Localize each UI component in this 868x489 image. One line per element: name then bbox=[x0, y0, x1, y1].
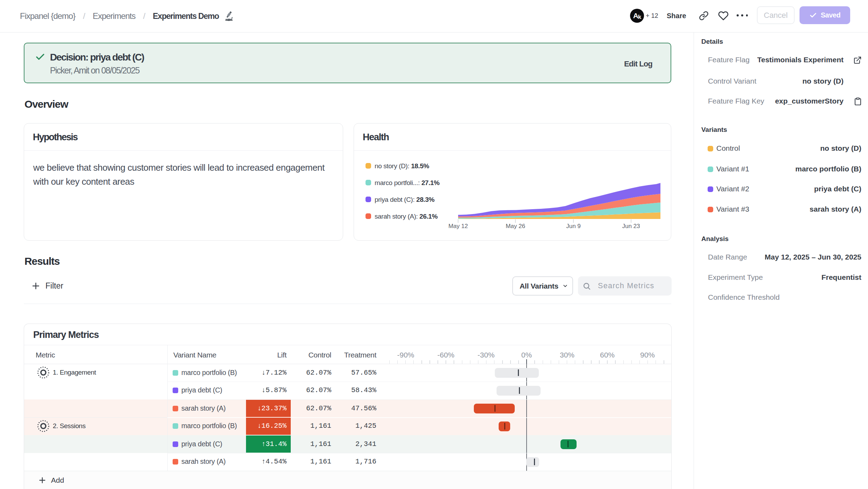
svg-text:Jun 9: Jun 9 bbox=[566, 223, 581, 229]
svg-text:May 26: May 26 bbox=[506, 223, 525, 229]
svg-text:Jun 23: Jun 23 bbox=[622, 223, 640, 229]
svg-text:May 12: May 12 bbox=[448, 223, 468, 229]
